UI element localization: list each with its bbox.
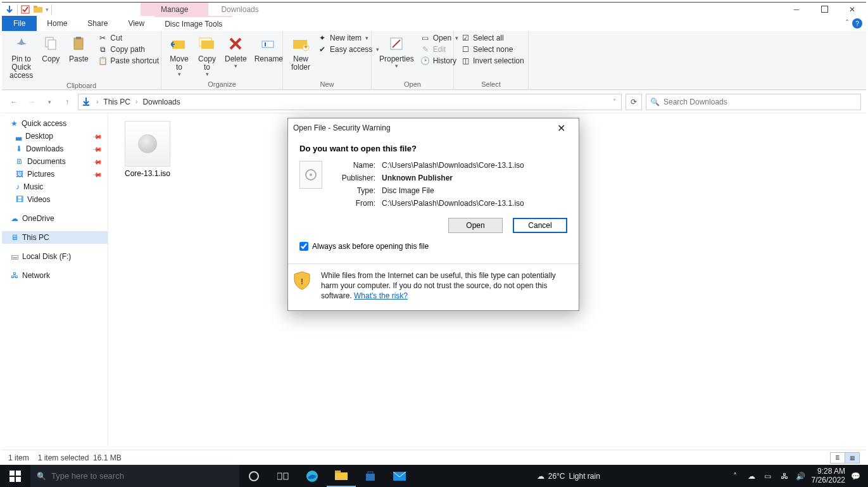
icons-view-button[interactable]: ▦ xyxy=(845,452,860,464)
dialog-cancel-button[interactable]: Cancel xyxy=(513,218,567,233)
chevron-right-icon[interactable]: › xyxy=(94,98,101,105)
minimize-button[interactable]: ─ xyxy=(783,3,810,16)
details-view-button[interactable]: ≣ xyxy=(830,452,845,464)
taskbar-edge-icon[interactable] xyxy=(298,465,327,487)
qat-arrow-icon[interactable] xyxy=(4,4,15,15)
tray-onedrive-icon[interactable]: ☁ xyxy=(746,471,757,482)
close-button[interactable]: ✕ xyxy=(838,3,866,16)
pin-icon: 📌 xyxy=(92,144,103,154)
nav-quick-access[interactable]: ★Quick access xyxy=(2,117,108,130)
help-icon[interactable]: ? xyxy=(852,18,862,28)
ribbon-collapse-icon[interactable]: ˆ xyxy=(846,19,848,28)
always-ask-input[interactable] xyxy=(299,242,308,251)
documents-icon: 🗎 xyxy=(16,157,23,166)
svg-rect-11 xyxy=(262,41,274,47)
value-name: C:\Users\Palash\Downloads\Core-13.1.iso xyxy=(382,161,524,170)
forward-button[interactable]: → xyxy=(25,95,39,109)
taskbar-weather[interactable]: ☁ 26°C Light rain xyxy=(537,472,600,481)
up-button[interactable]: ↑ xyxy=(60,95,74,109)
dialog-close-button[interactable]: ✕ xyxy=(548,119,574,137)
qat-checkbox-icon[interactable] xyxy=(20,4,30,15)
maximize-button[interactable] xyxy=(810,3,838,16)
taskbar-clock[interactable]: 9:28 AM 7/26/2022 xyxy=(812,467,845,484)
svg-rect-23 xyxy=(9,477,15,482)
downloads-icon: ⬇ xyxy=(16,144,22,153)
rename-button[interactable]: Rename xyxy=(251,32,287,65)
tab-disc-image-tools[interactable]: Disc Image Tools xyxy=(154,16,232,31)
address-pc-icon xyxy=(81,97,91,107)
taskbar-search[interactable]: 🔍 xyxy=(30,465,239,487)
copy-button[interactable]: Copy xyxy=(37,32,65,65)
tab-share[interactable]: Share xyxy=(77,16,118,31)
star-icon: ★ xyxy=(11,119,18,128)
svg-rect-2 xyxy=(34,6,37,8)
qat-folder-icon[interactable] xyxy=(33,4,43,15)
nav-downloads[interactable]: ⬇Downloads📌 xyxy=(2,142,108,155)
edit-icon: ✎ xyxy=(420,44,431,54)
new-folder-button[interactable]: ✦New folder xyxy=(287,32,315,73)
start-button[interactable] xyxy=(0,465,30,487)
tray-volume-icon[interactable]: 🔊 xyxy=(795,471,807,482)
copy-to-button[interactable]: Copy to▾ xyxy=(193,32,221,79)
paste-shortcut-button[interactable]: 📋Paste shortcut xyxy=(95,55,161,66)
whats-the-risk-link[interactable]: What's the risk? xyxy=(354,291,408,300)
refresh-button[interactable]: ⟳ xyxy=(626,94,642,110)
pin-to-quick-access-button[interactable]: Pin to Quick access xyxy=(6,32,37,82)
nav-onedrive[interactable]: ☁OneDrive xyxy=(2,212,108,225)
nav-desktop[interactable]: ▃Desktop📌 xyxy=(2,130,108,142)
context-tab-manage[interactable]: Manage xyxy=(141,3,208,16)
cut-button[interactable]: ✂Cut xyxy=(95,32,161,44)
cortana-icon[interactable] xyxy=(239,465,268,487)
copy-path-button[interactable]: ⧉Copy path xyxy=(95,44,161,55)
qat-dropdown-icon[interactable]: ▾ xyxy=(46,6,49,13)
recent-locations-button[interactable]: ▾ xyxy=(42,95,56,109)
back-button[interactable]: ← xyxy=(7,95,21,109)
address-bar[interactable]: › This PC › Downloads ˅ xyxy=(78,94,622,110)
taskbar-mail-icon[interactable] xyxy=(385,465,414,487)
svg-rect-26 xyxy=(277,473,282,479)
tab-view[interactable]: View xyxy=(118,16,154,31)
tab-file[interactable]: File xyxy=(2,16,37,31)
title-bar: ▾ Manage Downloads ─ ✕ xyxy=(2,2,866,16)
nav-this-pc[interactable]: 🖥This PC xyxy=(2,231,108,244)
nav-pictures[interactable]: 🖼Pictures📌 xyxy=(2,168,108,180)
select-all-button[interactable]: ☑Select all xyxy=(458,32,527,44)
chevron-right-icon[interactable]: › xyxy=(133,98,140,105)
invert-selection-button[interactable]: ◫Invert selection xyxy=(458,55,527,66)
taskbar-search-input[interactable] xyxy=(51,471,233,481)
nav-network[interactable]: 🖧Network xyxy=(2,269,108,282)
taskbar-explorer-icon[interactable] xyxy=(327,465,356,487)
search-box[interactable]: 🔍 xyxy=(646,94,861,110)
address-dropdown-icon[interactable]: ˅ xyxy=(610,98,619,105)
notifications-icon[interactable]: 💬 xyxy=(850,471,862,482)
select-none-button[interactable]: ☐Select none xyxy=(458,44,527,55)
label-name: Name: xyxy=(331,161,375,170)
tab-home[interactable]: Home xyxy=(37,16,77,31)
clock-time: 9:28 AM xyxy=(812,467,845,476)
breadcrumb-downloads[interactable]: Downloads xyxy=(142,98,180,106)
nav-videos[interactable]: 🎞Videos xyxy=(2,193,108,206)
task-view-icon[interactable] xyxy=(268,465,298,487)
dialog-open-button[interactable]: Open xyxy=(448,218,503,233)
move-to-button[interactable]: Move to▾ xyxy=(165,32,193,79)
file-item[interactable]: Core-13.1.iso xyxy=(116,121,179,178)
always-ask-checkbox[interactable]: Always ask before opening this file xyxy=(299,239,567,258)
search-input[interactable] xyxy=(664,98,857,106)
move-to-icon xyxy=(169,34,189,54)
pin-icon xyxy=(11,34,32,54)
breadcrumb-this-pc[interactable]: This PC xyxy=(103,98,130,106)
nav-documents[interactable]: 🗎Documents📌 xyxy=(2,155,108,168)
invert-icon: ◫ xyxy=(460,56,470,66)
tray-meet-now-icon[interactable]: ▭ xyxy=(762,471,774,482)
delete-button[interactable]: Delete▾ xyxy=(221,32,251,71)
tray-network-icon[interactable]: 🖧 xyxy=(779,471,790,482)
videos-icon: 🎞 xyxy=(16,195,23,204)
taskbar-store-icon[interactable] xyxy=(356,465,385,487)
group-clipboard-label: Clipboard xyxy=(2,82,161,91)
tray-overflow-icon[interactable]: ˄ xyxy=(729,471,741,482)
paste-button[interactable]: Paste xyxy=(65,32,92,65)
status-bar: 1 item 1 item selected 16.1 MB ≣ ▦ xyxy=(2,450,866,465)
properties-button[interactable]: Properties▾ xyxy=(375,32,418,71)
nav-local-disk[interactable]: 🖴Local Disk (F:) xyxy=(2,250,108,263)
nav-music[interactable]: ♪Music xyxy=(2,180,108,193)
